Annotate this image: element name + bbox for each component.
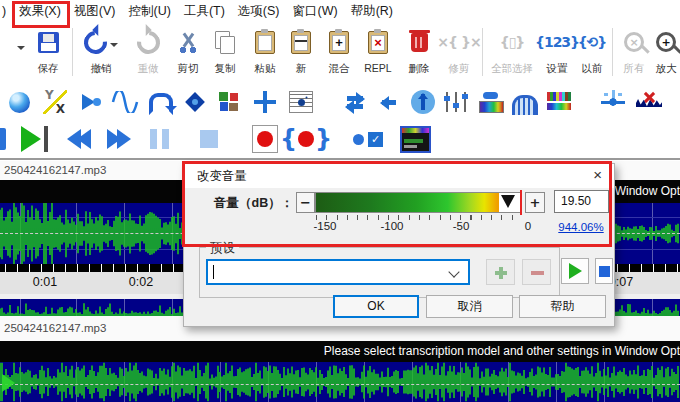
monitor-toggle-button[interactable]: ✓ (350, 123, 386, 155)
save-icon (38, 32, 59, 53)
equalizer-icon (446, 92, 468, 112)
reverse-effect-button[interactable] (146, 87, 176, 117)
divider (0, 158, 680, 160)
split-arrow-icon (82, 94, 101, 110)
volume-slider-track[interactable] (315, 192, 521, 213)
sparkle-icon (601, 90, 625, 114)
cut-button[interactable]: 剪切 (170, 24, 206, 80)
noise-reduction-button[interactable] (598, 87, 628, 117)
slider-tick-marks (316, 215, 522, 220)
volume-percent-link[interactable]: 944.06% (552, 221, 610, 233)
zoom-in-icon: + (656, 32, 676, 52)
interpolate-effect-button[interactable] (214, 87, 244, 117)
preset-combobox[interactable] (206, 259, 470, 285)
rewind-button[interactable] (64, 123, 98, 155)
preview-stop-button[interactable] (595, 258, 613, 284)
volume-slider-thumb[interactable] (501, 195, 515, 208)
menu-item-options[interactable]: 选项(S) (238, 3, 280, 20)
volume-decrease-button[interactable]: − (296, 192, 315, 213)
paste-icon (255, 31, 275, 54)
undo-dropdown-caret-icon[interactable] (110, 43, 118, 51)
volume-value-input[interactable]: 19.50 (554, 190, 609, 213)
help-button[interactable]: 帮助 (519, 295, 606, 318)
open-dropdown-caret-icon[interactable] (17, 46, 25, 54)
menu-item-tools[interactable]: 工具(T) (184, 3, 225, 20)
pause-button (144, 123, 174, 155)
updown-circle-icon (411, 90, 435, 114)
tick-label: -50 (453, 220, 470, 232)
set-selection-button[interactable]: {123} 设置 (540, 24, 574, 80)
dialog-titlebar[interactable]: 改变音量 × (184, 164, 614, 188)
menu-item-help[interactable]: 帮助(R) (351, 3, 393, 20)
cancel-button[interactable]: 取消 (426, 295, 513, 318)
offset-effect-button[interactable] (76, 87, 106, 117)
paste-button[interactable]: 粘贴 (246, 24, 284, 80)
color-shapes-icon (217, 90, 241, 114)
shape-volume-button[interactable] (476, 87, 506, 117)
fade-gate-button[interactable] (510, 87, 540, 117)
flanger-effect-button[interactable] (110, 87, 140, 117)
record-selection-icon: {} (280, 125, 332, 153)
previous-selection-button[interactable]: {⟲} 以前 (574, 24, 610, 80)
undo-button[interactable]: 撤销 (78, 24, 124, 80)
xy-plot-icon (43, 90, 67, 114)
replace-button[interactable]: REPL (358, 24, 398, 80)
copy-button[interactable]: 复制 (206, 24, 244, 80)
menu-item-partial: ) (2, 4, 6, 18)
record-selection-button[interactable]: {} (288, 123, 324, 155)
tick-label: 0 (525, 220, 531, 232)
select-all-button: {▯} 全部选择 (486, 24, 538, 80)
sound-window-2-waveform[interactable] (0, 362, 680, 402)
visuals-window-icon (400, 126, 431, 153)
paste-new-icon (291, 31, 311, 54)
end-marker-icon (44, 126, 48, 152)
minus-icon (531, 271, 544, 275)
mechanize-effect-button[interactable] (180, 87, 210, 117)
doppler-effect-button[interactable] (4, 87, 34, 117)
toolbar-separator (72, 28, 73, 76)
ok-button[interactable]: OK (333, 295, 419, 318)
preset-group (199, 247, 560, 298)
paste-new-button[interactable]: 新 (284, 24, 318, 80)
preview-play-button[interactable] (561, 258, 589, 284)
pitch-effect-button[interactable] (286, 87, 316, 117)
monitor-dot-icon (353, 134, 364, 145)
remove-preset-button[interactable] (522, 259, 551, 285)
menu-item-control[interactable]: 控制(U) (129, 3, 171, 20)
save-button[interactable]: 保存 (26, 24, 70, 80)
toolbar-separator (612, 28, 613, 76)
channel-swap-button[interactable] (340, 87, 370, 117)
add-preset-button[interactable] (486, 259, 515, 285)
menu-item-window[interactable]: 窗口(W) (293, 3, 338, 20)
fast-forward-button[interactable] (100, 123, 134, 155)
change-volume-dialog: 改变音量 × 音量（dB）： − + 19.50 -150 -100 -50 0… (183, 163, 615, 327)
gate-icon (512, 95, 538, 115)
app-window: ) 效果(X) 视图(V) 控制(U) 工具(T) 选项(S) 窗口(W) 帮助… (0, 0, 680, 402)
stop-icon (200, 130, 218, 148)
equalizer-button[interactable] (442, 87, 472, 117)
spectrum-filter-button[interactable] (544, 87, 574, 117)
preset-group-label: 预设 (206, 240, 239, 257)
annotation-box-effects-menu (12, 1, 70, 28)
record-button[interactable] (248, 123, 282, 155)
mix-button[interactable]: 混合 (320, 24, 358, 80)
max-volume-button[interactable] (408, 87, 438, 117)
silence-button[interactable] (634, 87, 664, 117)
copy-icon (214, 31, 236, 53)
menu-item-view[interactable]: 视图(V) (74, 3, 116, 20)
stretch-effect-button[interactable] (250, 87, 280, 117)
play-to-end-button[interactable] (16, 123, 52, 155)
zoom-in-button[interactable]: + 放大 (652, 24, 680, 80)
status-message: Please select transcription model and ot… (324, 344, 680, 358)
menu-bar: ) 效果(X) 视图(V) 控制(U) 工具(T) 选项(S) 窗口(W) 帮助… (0, 0, 680, 22)
delete-button[interactable]: 删除 (400, 24, 438, 80)
stop-button (196, 123, 222, 155)
close-icon[interactable]: × (593, 166, 602, 183)
visual-settings-button[interactable] (398, 123, 432, 155)
volume-increase-button[interactable]: + (525, 192, 545, 213)
replace-icon (368, 31, 388, 54)
chevron-down-icon[interactable] (448, 266, 459, 277)
text-cursor (213, 265, 214, 279)
pan-left-button[interactable] (374, 87, 404, 117)
expression-evaluator-button[interactable] (40, 87, 70, 117)
